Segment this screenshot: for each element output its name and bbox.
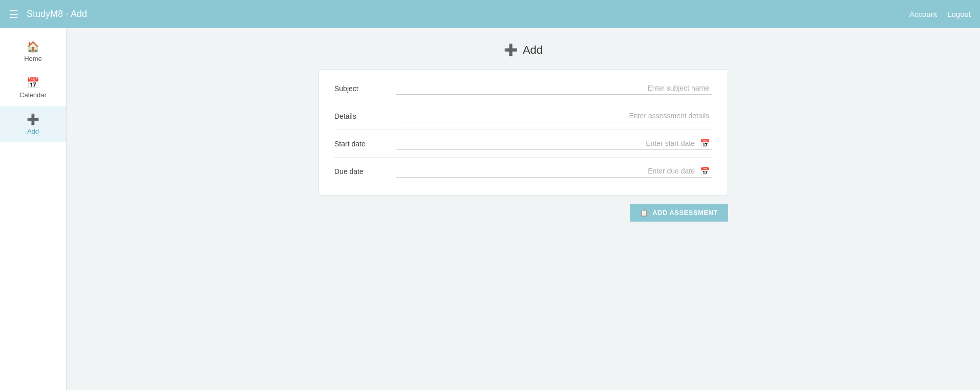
details-label: Details [334, 112, 396, 120]
start-date-calendar-icon[interactable]: 📅 [698, 139, 712, 148]
app-title: StudyM8 - Add [27, 9, 909, 19]
account-link[interactable]: Account [909, 10, 937, 18]
form-row-due-date: Due date 📅 [334, 158, 712, 185]
due-date-label: Due date [334, 167, 396, 176]
subject-input[interactable] [396, 82, 712, 95]
form-row-start-date: Start date 📅 [334, 130, 712, 158]
form-card: Subject Details Start date 📅 Due d [318, 69, 728, 196]
sidebar-item-home[interactable]: 🏠 Home [0, 33, 66, 70]
page-title: Add [523, 44, 543, 57]
button-row: 📋 ADD ASSESSMENT [318, 204, 728, 222]
form-row-subject: Subject [334, 75, 712, 102]
form-row-details: Details [334, 102, 712, 130]
sidebar: 🏠 Home 📅 Calendar ➕ Add [0, 28, 67, 390]
topnav-right: Account Logout [909, 10, 971, 18]
start-date-label: Start date [334, 140, 396, 148]
due-date-input[interactable] [396, 165, 698, 177]
start-date-input-wrapper: 📅 [396, 137, 712, 150]
subject-label: Subject [334, 84, 396, 93]
topnav: ☰ StudyM8 - Add Account Logout [0, 0, 980, 28]
main-content: ➕ Add Subject Details Start date 📅 [67, 28, 980, 390]
start-date-input[interactable] [396, 137, 698, 149]
due-date-wrapper: 📅 [396, 165, 712, 178]
sidebar-item-add-label: Add [27, 127, 39, 135]
home-icon: 🏠 [27, 40, 39, 53]
start-date-wrapper: 📅 [396, 137, 712, 150]
details-input-wrapper [396, 110, 712, 122]
due-date-input-wrapper: 📅 [396, 165, 712, 178]
details-input[interactable] [396, 110, 712, 122]
page-title-container: ➕ Add [77, 44, 970, 57]
page-title-icon: ➕ [504, 44, 518, 57]
sidebar-item-calendar[interactable]: 📅 Calendar [0, 70, 66, 106]
calendar-nav-icon: 📅 [27, 77, 39, 89]
sidebar-item-add[interactable]: ➕ Add [0, 106, 66, 142]
logout-link[interactable]: Logout [947, 10, 971, 18]
add-assessment-btn-icon: 📋 [640, 209, 649, 216]
add-assessment-button[interactable]: 📋 ADD ASSESSMENT [630, 204, 728, 222]
menu-icon[interactable]: ☰ [9, 8, 18, 20]
subject-input-wrapper [396, 82, 712, 95]
due-date-calendar-icon[interactable]: 📅 [698, 166, 712, 176]
sidebar-item-home-label: Home [24, 55, 42, 62]
add-nav-icon: ➕ [27, 113, 39, 125]
sidebar-item-calendar-label: Calendar [19, 91, 47, 99]
add-assessment-btn-label: ADD ASSESSMENT [652, 209, 718, 216]
